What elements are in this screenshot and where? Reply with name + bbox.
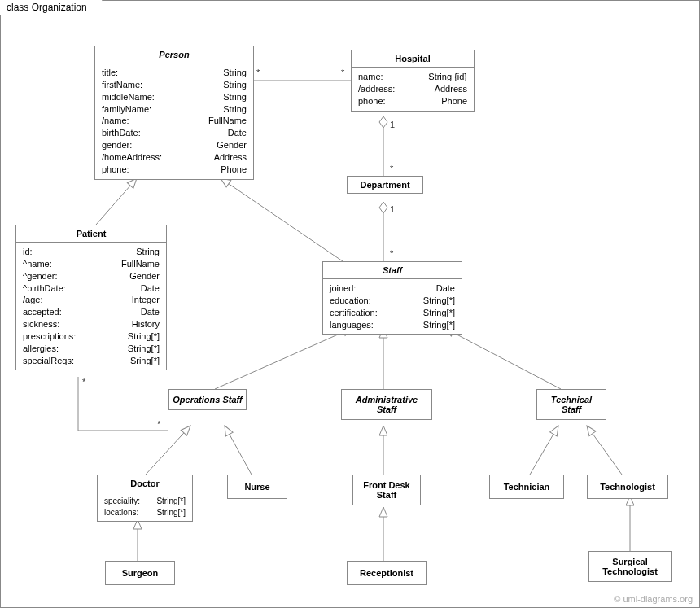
class-title: Department [348, 177, 422, 193]
class-title: Receptionist [348, 562, 426, 584]
frame-label: class Organization [0, 0, 103, 15]
diagram-frame: class Organization [0, 0, 700, 608]
attribute-row: joined:Date [330, 282, 455, 295]
attribute-row: specialReqs:Sring[*] [23, 355, 160, 367]
svg-line-12 [587, 426, 622, 475]
mult-patient-ops-left: * [82, 377, 85, 387]
class-technical-staff: Technical Staff [536, 389, 606, 420]
class-title: Operations Staff [169, 390, 246, 409]
class-hospital: Hospital name:String {id}/address:Addres… [351, 50, 475, 112]
class-title: Person [95, 46, 253, 63]
class-title: Front Desk Staff [353, 475, 420, 505]
class-attrs: joined:Dateeducation:String[*]certificat… [323, 279, 462, 334]
attribute-row: ^birthDate:Date [23, 282, 160, 295]
attribute-row: id:String [23, 246, 160, 258]
attribute-row: sickness:History [23, 318, 160, 330]
class-title: Technician [490, 475, 563, 498]
svg-line-4 [221, 178, 343, 261]
class-frontdesk: Front Desk Staff [352, 475, 421, 505]
svg-line-11 [530, 426, 558, 475]
class-person: Person title:StringfirstName:Stringmiddl… [94, 46, 254, 180]
attribute-row: birthDate:Date [102, 127, 247, 139]
attribute-row: ^gender:Gender [23, 270, 160, 282]
class-title: Surgical Technologist [589, 552, 671, 581]
attribute-row: gender:Gender [102, 139, 247, 151]
class-operations-staff: Operations Staff [168, 389, 247, 410]
class-surgeon: Surgeon [105, 561, 175, 585]
watermark: © uml-diagrams.org [614, 594, 693, 604]
class-administrative-staff: Administrative Staff [341, 389, 432, 420]
mult-dept-staff-many: * [390, 248, 393, 258]
svg-line-7 [444, 328, 561, 389]
class-attrs: speciality:String[*]locations:String[*] [98, 492, 192, 521]
attribute-row: phone:Phone [102, 164, 247, 176]
class-staff: Staff joined:Dateeducation:String[*]cert… [322, 261, 462, 335]
attribute-row: firstName:String [102, 79, 247, 91]
class-technician: Technician [489, 475, 564, 499]
attribute-row: accepted:Date [23, 306, 160, 318]
class-title: Staff [323, 262, 462, 279]
class-receptionist: Receptionist [347, 561, 427, 585]
class-title: Technical Staff [537, 390, 606, 419]
attribute-row: familyName:String [102, 103, 247, 116]
attribute-row: /age:Integer [23, 294, 160, 306]
attribute-row: certification:String[*] [330, 307, 455, 319]
mult-person-hospital-right: * [341, 68, 344, 77]
attribute-row: prescriptions:String[*] [23, 330, 160, 343]
mult-hosp-dept-many: * [390, 164, 393, 173]
class-attrs: id:String^name:FullName^gender:Gender^bi… [16, 243, 166, 370]
svg-line-3 [96, 178, 137, 225]
attribute-row: name:String {id} [358, 71, 467, 83]
svg-line-5 [215, 328, 352, 389]
mult-patient-ops-right: * [157, 419, 160, 429]
attribute-row: middleName:String [102, 91, 247, 103]
mult-hosp-dept-one: 1 [390, 120, 395, 129]
attribute-row: /homeAddress:Address [102, 151, 247, 164]
attribute-row: /address:Address [358, 83, 467, 95]
class-title: Patient [16, 225, 166, 243]
class-patient: Patient id:String^name:FullName^gender:G… [15, 225, 167, 370]
attribute-row: allergies:String[*] [23, 343, 160, 355]
attribute-row: /name:FullName [102, 115, 247, 127]
attribute-row: phone:Phone [358, 95, 467, 107]
class-technologist: Technologist [587, 475, 668, 499]
class-doctor: Doctor speciality:String[*]locations:Str… [97, 475, 193, 522]
attribute-row: title:String [102, 67, 247, 79]
mult-person-hospital-left: * [256, 68, 260, 77]
svg-line-8 [146, 426, 190, 475]
attribute-row: languages:String[*] [330, 319, 455, 331]
class-attrs: title:StringfirstName:StringmiddleName:S… [95, 63, 253, 179]
mult-dept-staff-one: 1 [390, 204, 395, 214]
class-department: Department [347, 176, 423, 194]
class-title: Technologist [588, 475, 667, 498]
class-nurse: Nurse [227, 475, 287, 499]
svg-line-9 [225, 426, 252, 475]
attribute-row: ^name:FullName [23, 258, 160, 270]
class-surgical-technologist: Surgical Technologist [588, 551, 672, 582]
class-title: Surgeon [106, 562, 174, 584]
class-title: Hospital [352, 50, 474, 68]
attribute-row: speciality:String[*] [104, 496, 186, 507]
class-attrs: name:String {id}/address:Addressphone:Ph… [352, 68, 474, 111]
class-title: Doctor [98, 475, 192, 492]
class-title: Nurse [228, 475, 287, 498]
attribute-row: education:String[*] [330, 295, 455, 307]
class-title: Administrative Staff [342, 390, 431, 419]
attribute-row: locations:String[*] [104, 507, 186, 518]
